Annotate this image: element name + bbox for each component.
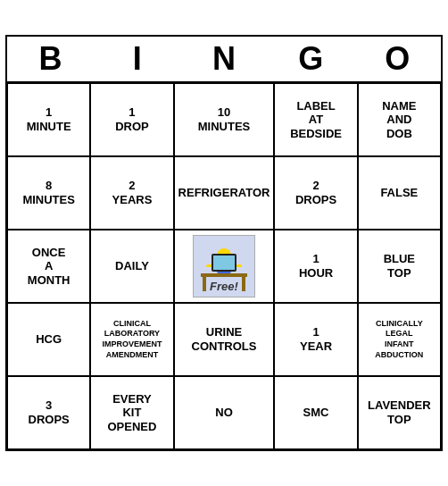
bingo-cell-8: 2DROPS xyxy=(274,156,357,230)
bingo-cell-0: 1MINUTE xyxy=(7,83,90,156)
bingo-cell-13: 1HOUR xyxy=(274,230,357,303)
bingo-letter-n: N xyxy=(185,40,263,78)
bingo-cell-15: HCG xyxy=(7,303,90,376)
bingo-cell-11: DAILY xyxy=(90,230,173,303)
bingo-letter-o: O xyxy=(358,40,436,78)
svg-rect-9 xyxy=(213,256,235,270)
bingo-letter-i: I xyxy=(98,40,177,78)
svg-rect-1 xyxy=(201,273,247,277)
bingo-cell-10: ONCEAMONTH xyxy=(7,230,90,303)
free-cell-image: Free! xyxy=(193,235,255,297)
svg-rect-3 xyxy=(242,277,245,291)
bingo-cell-17: URINECONTROLS xyxy=(174,303,275,376)
bingo-cell-9: FALSE xyxy=(358,156,441,230)
cell-text: CLINICALLYLEGALINFANTABDUCTION xyxy=(375,319,423,361)
bingo-cell-20: 3DROPS xyxy=(7,376,90,449)
bingo-letter-g: G xyxy=(271,40,350,78)
bingo-cell-18: 1YEAR xyxy=(274,303,357,376)
bingo-cell-16: CLINICALLABORATORYIMPROVEMENTAMENDMENT xyxy=(90,303,173,376)
bingo-cell-22: NO xyxy=(174,376,275,449)
bingo-header: BINGO xyxy=(7,37,441,81)
bingo-cell-3: LABELATBEDSIDE xyxy=(274,83,357,156)
free-cell: Free! xyxy=(174,230,275,303)
svg-rect-2 xyxy=(203,277,206,291)
bingo-cell-23: SMC xyxy=(274,376,357,449)
bingo-cell-19: CLINICALLYLEGALINFANTABDUCTION xyxy=(358,303,441,376)
cell-text: CLINICALLABORATORYIMPROVEMENTAMENDMENT xyxy=(102,319,162,361)
bingo-cell-24: LAVENDERTOP xyxy=(358,376,441,449)
bingo-cell-6: 2YEARS xyxy=(90,156,173,230)
bingo-cell-2: 10MINUTES xyxy=(174,83,275,156)
bingo-cell-7: REFRIGERATOR xyxy=(174,156,275,230)
bingo-card: BINGO 1MINUTE1DROP10MINUTESLABELATBEDSID… xyxy=(5,35,443,451)
bingo-cell-21: EVERYKITOPENED xyxy=(90,376,173,449)
bingo-cell-14: BLUETOP xyxy=(358,230,441,303)
bingo-cell-1: 1DROP xyxy=(90,83,173,156)
bingo-letter-b: B xyxy=(12,40,90,78)
bingo-grid: 1MINUTE1DROP10MINUTESLABELATBEDSIDENAMEA… xyxy=(7,81,441,449)
bingo-cell-5: 8MINUTES xyxy=(7,156,90,230)
bingo-cell-4: NAMEANDDOB xyxy=(358,83,441,156)
